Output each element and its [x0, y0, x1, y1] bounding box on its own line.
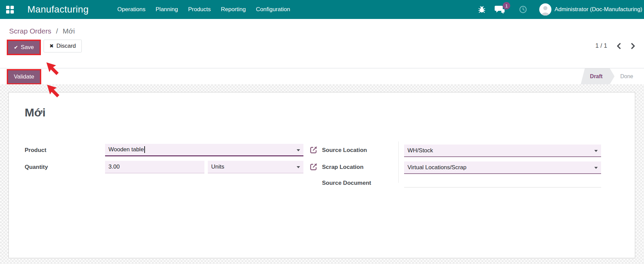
- validate-button[interactable]: Validate: [8, 70, 40, 83]
- product-value: Wooden table: [108, 146, 144, 153]
- save-button[interactable]: ✔ Save: [8, 41, 40, 54]
- control-panel: Scrap Orders / Mới ✔ Save ✖ Discard 1 / …: [0, 19, 644, 68]
- messages-count-badge: 1: [503, 2, 510, 9]
- source-document-input[interactable]: [404, 178, 601, 188]
- scrap-location-value: Virtual Locations/Scrap: [407, 164, 467, 171]
- source-location-label: Source Location: [322, 147, 367, 154]
- menu-reporting[interactable]: Reporting: [216, 0, 251, 19]
- record-title: Mới: [25, 106, 46, 119]
- menu-products[interactable]: Products: [183, 0, 216, 19]
- scrap-location-dropdown-caret-icon[interactable]: [594, 167, 598, 169]
- source-location-select[interactable]: WH/Stock: [404, 145, 601, 157]
- quantity-value: 3.00: [108, 163, 120, 170]
- statusbar: Validate Draft Done: [0, 68, 644, 84]
- source-document-label: Source Document: [322, 180, 371, 186]
- check-icon: ✔: [14, 44, 18, 50]
- validate-button-label: Validate: [14, 73, 34, 80]
- menu-configuration[interactable]: Configuration: [251, 0, 295, 19]
- breadcrumb: Scrap Orders / Mới: [0, 19, 644, 35]
- quantity-input[interactable]: 3.00: [105, 161, 204, 173]
- x-icon: ✖: [49, 43, 54, 49]
- scrap-location-external-link-icon[interactable]: [309, 162, 318, 171]
- source-location-value: WH/Stock: [407, 147, 433, 154]
- avatar[interactable]: [539, 3, 551, 16]
- pager: 1 / 1: [595, 42, 636, 49]
- validate-highlight-box: Validate: [7, 69, 41, 85]
- product-dropdown-caret-icon[interactable]: [297, 149, 300, 151]
- uom-value: Units: [211, 163, 224, 170]
- menu-operations[interactable]: Operations: [112, 0, 150, 19]
- breadcrumb-current: Mới: [63, 27, 75, 35]
- status-stage-draft[interactable]: Draft: [581, 68, 615, 84]
- status-stage-done[interactable]: Done: [615, 68, 634, 84]
- main-menu: Operations Planning Products Reporting C…: [112, 0, 295, 19]
- bug-icon[interactable]: [478, 5, 486, 14]
- header-systray: 1 Administrator (Doc-Manufacturing): [478, 3, 644, 16]
- app-title[interactable]: Manufacturing: [27, 4, 89, 15]
- uom-select[interactable]: Units: [208, 161, 303, 173]
- status-stepper: Draft Done: [581, 68, 634, 84]
- pager-previous-button[interactable]: [616, 43, 621, 49]
- breadcrumb-scrap-orders[interactable]: Scrap Orders: [9, 27, 51, 35]
- scrap-location-label: Scrap Location: [322, 164, 364, 171]
- menu-planning[interactable]: Planning: [151, 0, 183, 19]
- save-highlight-box: ✔ Save: [7, 40, 41, 55]
- product-input[interactable]: Wooden table: [105, 144, 303, 156]
- product-label: Product: [25, 147, 46, 154]
- top-navbar: Manufacturing Operations Planning Produc…: [0, 0, 644, 19]
- messages-icon[interactable]: 1: [495, 5, 505, 14]
- group-divider: [398, 141, 399, 183]
- text-cursor: [144, 146, 145, 153]
- scrap-location-select[interactable]: Virtual Locations/Scrap: [404, 161, 601, 174]
- pager-next-button[interactable]: [630, 43, 636, 49]
- source-location-dropdown-caret-icon[interactable]: [594, 150, 598, 152]
- form-sheet: Mới Product Wooden table Quantity 3.00 U…: [8, 92, 635, 258]
- breadcrumb-separator: /: [56, 27, 58, 35]
- activities-clock-icon[interactable]: [519, 5, 527, 14]
- discard-button-label: Discard: [56, 43, 76, 49]
- uom-dropdown-caret-icon[interactable]: [297, 166, 300, 168]
- discard-button[interactable]: ✖ Discard: [44, 40, 81, 52]
- user-menu[interactable]: Administrator (Doc-Manufacturing): [554, 6, 642, 13]
- pager-count: 1 / 1: [595, 42, 607, 49]
- quantity-label: Quantity: [25, 164, 48, 171]
- annotation-cursor-arrow-save: [45, 61, 60, 78]
- save-button-label: Save: [21, 44, 34, 51]
- apps-grid-icon[interactable]: [6, 6, 14, 14]
- annotation-cursor-arrow-validate: [46, 84, 61, 100]
- form-view-background: Mới Product Wooden table Quantity 3.00 U…: [0, 84, 644, 264]
- source-location-external-link-icon[interactable]: [309, 146, 318, 154]
